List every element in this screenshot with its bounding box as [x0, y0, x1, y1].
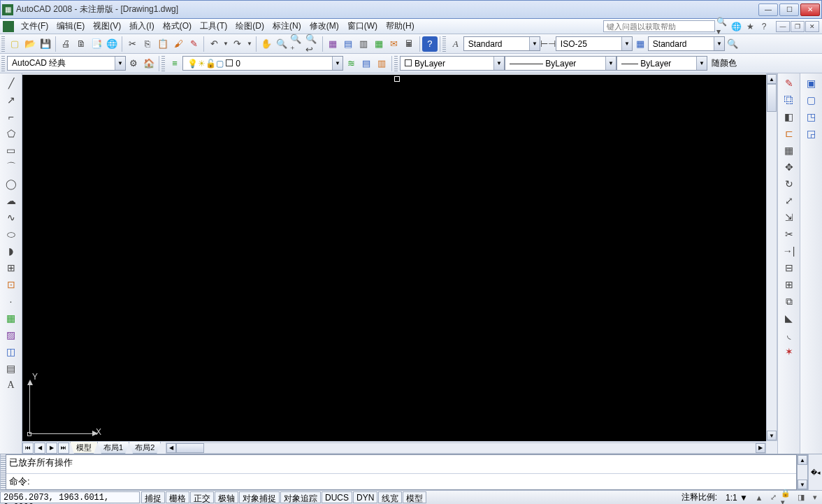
ducs-toggle[interactable]: DUCS: [322, 491, 352, 503]
paste-button[interactable]: 📋: [155, 36, 171, 52]
menu-edit[interactable]: 编辑(E): [52, 19, 89, 34]
toolbar-grip[interactable]: [1, 36, 5, 52]
command-scrollbar[interactable]: ▲▼: [797, 454, 808, 490]
break-at-point-icon[interactable]: ⊟: [781, 260, 797, 275]
menu-view[interactable]: 视图(V): [89, 19, 125, 34]
help-icon[interactable]: ?: [758, 20, 770, 33]
move-icon[interactable]: ✥: [781, 159, 797, 175]
search-icon[interactable]: 🔍▾: [716, 20, 728, 33]
make-block-icon[interactable]: ⊡: [3, 277, 19, 292]
polyline-icon[interactable]: ⌐: [3, 109, 19, 124]
quickcalc-button[interactable]: 🖩: [402, 36, 417, 52]
circle-icon[interactable]: ◯: [3, 176, 19, 192]
rotate-icon[interactable]: ↻: [781, 176, 797, 192]
annotation-scale-value[interactable]: 1:1 ▼: [721, 493, 752, 503]
mirror-icon[interactable]: ◧: [781, 109, 797, 124]
undo-dropdown[interactable]: ▼: [222, 41, 230, 47]
region-icon[interactable]: ◫: [3, 344, 19, 359]
bring-above-icon[interactable]: ◳: [804, 109, 819, 124]
menu-help[interactable]: 帮助(H): [382, 19, 419, 34]
app-menu-icon[interactable]: [3, 21, 14, 32]
toolbar-grip[interactable]: [1, 56, 5, 71]
insert-block-icon[interactable]: ⊞: [3, 260, 19, 275]
tab-next-button[interactable]: ▶: [46, 442, 57, 454]
match-props-button[interactable]: 🖌: [171, 36, 186, 52]
layer-iso-button[interactable]: ▥: [374, 56, 389, 71]
mleader-style-icon[interactable]: 🔍: [725, 36, 740, 52]
close-button[interactable]: ✕: [800, 3, 820, 16]
table-icon[interactable]: ▤: [3, 361, 19, 376]
send-under-icon[interactable]: ◲: [804, 126, 819, 141]
table-style-icon[interactable]: ▦: [633, 36, 648, 52]
polygon-icon[interactable]: ⬠: [3, 126, 19, 141]
open-button[interactable]: 📂: [22, 36, 38, 52]
dim-style-icon[interactable]: ⊢⊣: [540, 36, 556, 52]
dim-style-combo[interactable]: ISO-25▼: [556, 36, 633, 51]
linetype-combo[interactable]: ———— ByLayer▼: [505, 56, 616, 71]
dyn-toggle[interactable]: DYN: [353, 491, 377, 503]
doc-restore-button[interactable]: ❐: [791, 21, 805, 32]
text-style-icon[interactable]: A: [448, 36, 463, 52]
point-icon[interactable]: ·: [3, 294, 19, 309]
lock-ui-icon[interactable]: 🔒▾: [781, 492, 793, 503]
favorites-icon[interactable]: ★: [744, 20, 756, 33]
save-button[interactable]: 💾: [38, 36, 53, 52]
color-combo[interactable]: ByLayer▼: [400, 56, 505, 71]
comm-center-icon[interactable]: 🌐: [730, 20, 742, 33]
command-input[interactable]: [30, 475, 793, 488]
extend-icon[interactable]: →|: [781, 243, 797, 259]
tab-last-button[interactable]: ⏭: [58, 442, 69, 454]
layer-manager-button[interactable]: ≡: [167, 56, 182, 71]
line-icon[interactable]: ╱: [3, 75, 19, 91]
print-button[interactable]: 🖨: [58, 36, 73, 52]
markup-button[interactable]: ✉: [387, 36, 402, 52]
help-search-input[interactable]: [603, 20, 715, 32]
break-icon[interactable]: ⊞: [781, 277, 797, 292]
coordinates-display[interactable]: 2056.2073, 1963.6011, 0.0000: [0, 491, 140, 503]
tool-palettes-button[interactable]: ▥: [356, 36, 371, 52]
table-style-combo[interactable]: Standard▼: [648, 36, 725, 51]
new-button[interactable]: ▢: [7, 36, 22, 52]
zoom-previous-button[interactable]: 🔍↩: [305, 36, 320, 52]
offset-icon[interactable]: ⊏: [781, 126, 797, 141]
otrack-toggle[interactable]: 对象追踪: [280, 491, 321, 503]
lineweight-combo[interactable]: —— ByLayer▼: [616, 56, 707, 71]
command-handle-icon[interactable]: �◂: [808, 454, 822, 490]
drawing-canvas[interactable]: YX: [22, 75, 766, 441]
tab-first-button[interactable]: ⏮: [22, 442, 34, 454]
minimize-button[interactable]: —: [758, 3, 778, 16]
text-style-combo[interactable]: Standard▼: [463, 36, 540, 51]
ellipse-arc-icon[interactable]: ◗: [3, 243, 19, 259]
plot-preview-button[interactable]: 🗎: [73, 36, 89, 52]
gradient-icon[interactable]: ▨: [3, 327, 19, 343]
revcloud-icon[interactable]: ☁: [3, 193, 19, 208]
menu-file[interactable]: 文件(F): [17, 19, 52, 34]
tab-layout2[interactable]: 布局2: [129, 442, 161, 454]
menu-modify[interactable]: 修改(M): [305, 19, 343, 34]
mtext-icon[interactable]: A: [3, 377, 19, 393]
ortho-toggle[interactable]: 正交: [190, 491, 214, 503]
copy-icon[interactable]: ⿻: [781, 92, 797, 108]
toolbar-grip[interactable]: [442, 36, 446, 52]
layer-combo[interactable]: 💡☀🔓▢ 0 ▼: [182, 56, 343, 71]
osnap-toggle[interactable]: 对象捕捉: [239, 491, 280, 503]
array-icon[interactable]: ▦: [781, 143, 797, 158]
layer-previous-button[interactable]: ≋: [343, 56, 359, 71]
model-toggle[interactable]: 模型: [403, 491, 426, 503]
trim-icon[interactable]: ✂: [781, 226, 797, 242]
stretch-icon[interactable]: ⇲: [781, 210, 797, 225]
properties-button[interactable]: ▦: [325, 36, 340, 52]
join-icon[interactable]: ⧉: [781, 294, 797, 309]
fillet-icon[interactable]: ◟: [781, 327, 797, 343]
maximize-button[interactable]: ☐: [779, 3, 799, 16]
menu-draw[interactable]: 绘图(D): [231, 19, 268, 34]
polar-toggle[interactable]: 极轴: [215, 491, 238, 503]
menu-window[interactable]: 窗口(W): [343, 19, 382, 34]
spline-icon[interactable]: ∿: [3, 210, 19, 225]
construction-line-icon[interactable]: ↗: [3, 92, 19, 108]
cut-button[interactable]: ✂: [124, 36, 140, 52]
grid-toggle[interactable]: 栅格: [166, 491, 189, 503]
redo-button[interactable]: ↷: [230, 36, 245, 52]
pan-button[interactable]: ✋: [259, 36, 274, 52]
publish-button[interactable]: 📑: [89, 36, 104, 52]
